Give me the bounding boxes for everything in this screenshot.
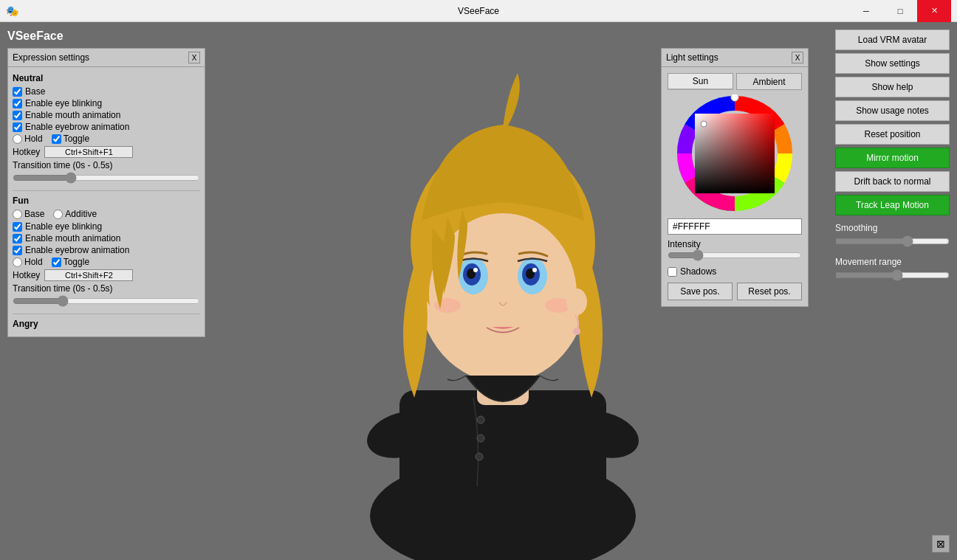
neutral-mouth-anim-label: Enable mouth animation [25, 110, 120, 120]
neutral-toggle-checkbox[interactable] [52, 134, 61, 144]
neutral-transition-row: Transition time (0s - 0.5s) [13, 160, 200, 170]
fun-toggle-item: Toggle [52, 257, 89, 267]
neutral-mouth-anim-checkbox[interactable] [13, 111, 22, 120]
neutral-eyebrow-anim-checkbox[interactable] [13, 122, 22, 132]
neutral-base-label: Base [25, 86, 45, 97]
neutral-eye-blink-checkbox[interactable] [13, 99, 22, 108]
fun-transition-slider[interactable] [13, 295, 200, 307]
fun-hold-radio[interactable] [13, 257, 22, 267]
neutral-transition-slider[interactable] [13, 172, 200, 184]
svg-point-26 [477, 435, 484, 442]
show-help-button[interactable]: Show help [835, 77, 950, 97]
mirror-motion-button[interactable]: Mirror motion [835, 148, 950, 168]
fun-transition-row: Transition time (0s - 0.5s) [13, 283, 200, 294]
fun-additive-label: Additive [65, 209, 97, 219]
fun-eyebrow-anim-row: Enable eyebrow animation [13, 245, 200, 255]
reset-position-button[interactable]: Reset position [835, 124, 950, 145]
window-title: VSeeFace [458, 6, 499, 16]
svg-point-25 [477, 416, 484, 424]
fun-base-radio[interactable] [13, 210, 22, 219]
neutral-eyebrow-anim-label: Enable eyebrow animation [25, 122, 129, 132]
minimize-button[interactable]: ─ [849, 0, 883, 22]
expression-panel-title: Expression settings [13, 52, 89, 63]
fun-eyebrow-anim-checkbox[interactable] [13, 246, 22, 255]
avatar-svg [318, 58, 687, 560]
fun-hold-toggle-row: Hold Toggle [13, 257, 200, 267]
load-vrm-button[interactable]: Load VRM avatar [835, 30, 950, 50]
expression-panel-header: Expression settings X [8, 49, 205, 67]
neutral-hold-toggle-row: Hold Toggle [13, 134, 200, 144]
fun-eye-blink-label: Enable eye blinking [25, 221, 102, 232]
show-usage-notes-button[interactable]: Show usage notes [835, 100, 950, 121]
title-bar: 🎭 VSeeFace ─ □ ✕ [0, 0, 957, 22]
movement-range-section: Movement range [835, 257, 950, 283]
window-controls: ─ □ ✕ [849, 0, 951, 22]
expression-panel: Expression settings X Neutral Base Enabl… [7, 48, 205, 337]
section-angry: Angry [13, 319, 200, 329]
fun-hold-item: Hold [13, 257, 43, 267]
avatar-area [210, 22, 795, 560]
fun-slider-container [13, 295, 200, 309]
neutral-hold-label: Hold [24, 134, 43, 144]
fun-toggle-label: Toggle [64, 257, 89, 267]
neutral-toggle-label: Toggle [64, 134, 89, 144]
movement-range-label: Movement range [835, 257, 950, 267]
fun-hotkey-row: Hotkey [13, 269, 200, 281]
neutral-slider-container [13, 172, 200, 186]
svg-point-24 [573, 328, 580, 335]
neutral-eye-blink-label: Enable eye blinking [25, 98, 102, 108]
fun-additive-item: Additive [53, 209, 97, 219]
neutral-hold-item: Hold [13, 134, 43, 144]
track-leap-motion-button[interactable]: Track Leap Motion [835, 195, 950, 215]
neutral-hotkey-label: Hotkey [13, 147, 40, 157]
section-neutral: Neutral [13, 73, 200, 83]
neutral-mouth-anim-row: Enable mouth animation [13, 110, 200, 120]
svg-point-27 [476, 453, 483, 460]
section-fun: Fun [13, 196, 200, 206]
fun-eye-blink-checkbox[interactable] [13, 222, 22, 232]
fun-eyebrow-anim-label: Enable eyebrow animation [25, 245, 129, 255]
svg-point-19 [473, 268, 478, 272]
main-area: VSeeFace Version: 1.13.24 β [Please do n… [0, 22, 957, 560]
fun-hold-label: Hold [24, 257, 43, 267]
fun-base-item: Base [13, 209, 44, 219]
show-settings-button[interactable]: Show settings [835, 53, 950, 74]
smoothing-slider[interactable] [835, 235, 950, 247]
drift-back-button[interactable]: Drift back to normal [835, 171, 950, 192]
right-panel: Load VRM avatar Show settings Show help … [835, 30, 950, 283]
fun-hotkey-input[interactable] [44, 269, 133, 281]
smoothing-section: Smoothing [835, 223, 950, 249]
fun-mouth-anim-label: Enable mouth animation [25, 233, 120, 243]
svg-point-23 [566, 288, 587, 315]
neutral-eyebrow-anim-row: Enable eyebrow animation [13, 122, 200, 132]
movement-range-slider[interactable] [835, 269, 950, 281]
svg-point-20 [532, 268, 537, 272]
neutral-eye-blink-row: Enable eye blinking [13, 98, 200, 108]
fun-mouth-anim-checkbox[interactable] [13, 234, 22, 243]
app-icon: 🎭 [6, 5, 18, 17]
fun-additive-radio[interactable] [53, 210, 63, 219]
neutral-hold-radio[interactable] [13, 134, 22, 144]
expression-panel-body: Neutral Base Enable eye blinking Enable … [8, 67, 205, 336]
fun-hotkey-label: Hotkey [13, 270, 40, 280]
fun-mouth-anim-row: Enable mouth animation [13, 233, 200, 243]
fun-base-additive-row: Base Additive [13, 209, 200, 219]
fun-toggle-checkbox[interactable] [52, 257, 61, 267]
app-name: VSeeFace [7, 30, 106, 43]
svg-rect-8 [399, 390, 606, 538]
fun-base-label: Base [24, 209, 44, 219]
fun-eye-blink-row: Enable eye blinking [13, 221, 200, 232]
neutral-hotkey-row: Hotkey [13, 146, 200, 158]
bottom-right-icon[interactable]: ⊠ [932, 535, 950, 553]
neutral-base-row: Base [13, 86, 200, 97]
neutral-toggle-item: Toggle [52, 134, 89, 144]
maximize-button[interactable]: □ [883, 0, 917, 22]
smoothing-label: Smoothing [835, 223, 950, 233]
neutral-hotkey-input[interactable] [44, 146, 133, 158]
close-button[interactable]: ✕ [917, 0, 951, 22]
neutral-base-checkbox[interactable] [13, 87, 22, 97]
expression-panel-close[interactable]: X [188, 52, 200, 63]
